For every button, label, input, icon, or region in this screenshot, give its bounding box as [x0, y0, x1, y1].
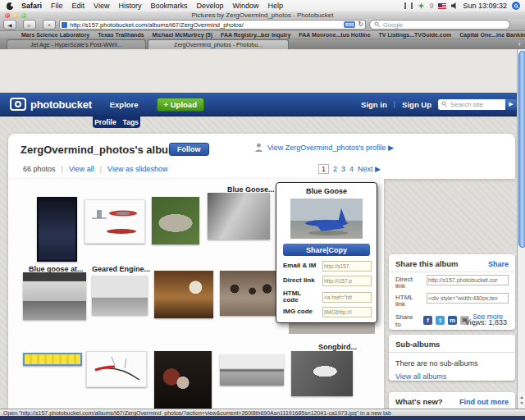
google-search-field[interactable]: Google — [369, 20, 510, 30]
menu-help[interactable]: Help — [267, 2, 283, 10]
reload-icon[interactable]: ↻ — [358, 21, 363, 28]
photo-thumb-jet-ground[interactable] — [220, 354, 284, 386]
page-top-strip — [0, 49, 525, 93]
photo-thumb-aircraft-drawing[interactable] — [84, 199, 145, 244]
photo-thumb-workshop[interactable] — [154, 271, 213, 318]
bookmark-item[interactable]: FAA Registry...ber Inquiry — [221, 32, 290, 38]
back-button[interactable]: ◀ — [3, 20, 16, 30]
view-all-albums-link[interactable]: View all albums — [395, 372, 509, 381]
new-tab-plus[interactable]: + — [518, 40, 522, 48]
address-bar[interactable]: http://s157.photobucket.com/albums/t67/Z… — [59, 20, 366, 30]
facebook-icon[interactable]: f — [423, 316, 432, 325]
scroll-down-arrow[interactable]: ▼ — [520, 400, 524, 406]
sign-in-link[interactable]: Sign in — [361, 100, 387, 109]
status-text: Open "http://s157.photobucket.com/albums… — [3, 410, 391, 416]
page-4-link[interactable]: 4 — [349, 165, 354, 173]
menu-window[interactable]: Window — [232, 2, 258, 10]
site-search-field[interactable]: Search site — [438, 99, 505, 110]
url-text[interactable]: http://s157.photobucket.com/albums/t67/Z… — [70, 21, 341, 29]
spotlight-icon[interactable] — [512, 2, 520, 10]
photobucket-logo[interactable]: photobucket — [30, 98, 92, 111]
menu-edit[interactable]: Edit — [72, 2, 85, 10]
share-album-title: Share this album — [395, 259, 459, 268]
menu-bookmarks[interactable]: Bookmarks — [150, 2, 187, 10]
scroll-up-arrow[interactable]: ▲ — [520, 395, 524, 400]
twitter-icon[interactable]: t — [436, 316, 445, 325]
tab-tags[interactable]: Tags — [123, 118, 139, 126]
eject-icon[interactable] — [404, 2, 413, 9]
photo-thumb-yellow-banner[interactable] — [23, 353, 82, 366]
menu-safari[interactable]: Safari — [21, 2, 42, 10]
bookmark-item[interactable]: Capital One...ine Banking — [459, 32, 525, 38]
album-html-link-field[interactable] — [427, 293, 509, 304]
new-tab-button[interactable]: + — [43, 20, 56, 30]
menu-file[interactable]: File — [51, 2, 63, 10]
bookmark-item[interactable]: Michael McMurtrey (5) — [153, 32, 213, 38]
html-code-field[interactable] — [322, 292, 372, 303]
view-slideshow-link[interactable]: View as slideshow — [107, 165, 167, 173]
menu-history[interactable]: History — [118, 2, 141, 10]
bookmark-item[interactable]: Mars Science Laboratory — [21, 32, 89, 38]
view-all-link[interactable]: View all — [69, 165, 94, 173]
search-icon — [374, 21, 381, 28]
input-count[interactable]: 9 — [429, 2, 433, 10]
tab-zergovermind-photos[interactable]: ZergOvermind_photos - Photobu... — [148, 39, 289, 49]
menu-view[interactable]: View — [94, 2, 109, 10]
scrollbar-thumb[interactable] — [518, 51, 525, 248]
photo-thumb-diagram[interactable] — [86, 351, 147, 387]
whats-new-title: What's new? — [395, 397, 443, 406]
keyboard-flag-icon[interactable] — [438, 3, 446, 9]
photo-thumb-grave-marker[interactable] — [152, 197, 199, 244]
bookmark-item[interactable]: FAA Monrone...tus Hotline — [299, 32, 370, 38]
menu-develop[interactable]: Develop — [196, 2, 223, 10]
sign-up-link[interactable]: Sign Up — [402, 100, 431, 109]
field-label: HTML code — [283, 290, 311, 304]
volume-icon[interactable] — [451, 2, 458, 9]
explore-menu[interactable]: Explore — [110, 100, 139, 109]
page-2-link[interactable]: 2 — [333, 165, 337, 173]
photo-thumb-model-kit[interactable] — [37, 197, 77, 262]
vertical-scrollbar[interactable]: ▲ ▼ — [517, 49, 525, 409]
menu-clock[interactable]: Sun 13:09:32 — [463, 2, 507, 10]
follow-button[interactable]: Follow — [169, 143, 209, 156]
tab-jet-age[interactable]: Jet Age - HyperScale's Post-WWII... — [7, 39, 146, 49]
site-search-go-button[interactable]: ▶ — [505, 99, 517, 110]
rss-badge[interactable]: RSS — [344, 21, 355, 28]
img-code-field[interactable] — [322, 307, 372, 317]
myspace-icon[interactable]: m — [448, 316, 457, 325]
photo-thumb-cockpit-crew[interactable] — [154, 351, 212, 409]
photo-thumb-blue-goose-men[interactable] — [23, 272, 86, 320]
forward-button[interactable]: ▶ — [23, 20, 36, 30]
direct-link-field[interactable] — [322, 276, 372, 286]
google-search-placeholder: Google — [383, 21, 403, 29]
album-direct-link-field[interactable] — [427, 275, 509, 285]
sub-albums-title: Sub-albums — [395, 340, 440, 349]
apple-icon[interactable] — [7, 2, 13, 10]
view-profile-link[interactable]: View ZergOvermind_photos's profile ▶ — [267, 144, 394, 152]
share-album-module: Share this album Share Direct link HTML … — [389, 254, 515, 330]
tab-profile[interactable]: Profile — [94, 118, 116, 126]
scrollbar-arrows[interactable]: ▲ ▼ — [518, 392, 525, 409]
popup-photo-preview[interactable] — [290, 199, 363, 239]
separator: | — [100, 165, 102, 173]
plugin-star-icon[interactable] — [418, 2, 424, 9]
next-page-link[interactable]: Next ▶ — [358, 165, 381, 173]
page-1-current[interactable]: 1 — [318, 164, 329, 174]
bookmark-item[interactable]: Texas Trailhands — [98, 32, 144, 38]
share-copy-button[interactable]: Share|Copy — [283, 244, 370, 256]
email-im-field[interactable] — [322, 261, 372, 272]
find-out-more-link[interactable]: Find out more — [459, 398, 509, 406]
photo-caption[interactable]: Geared Engine... — [92, 265, 150, 273]
photobucket-camera-icon[interactable] — [10, 98, 26, 111]
bookmark-item[interactable]: TV Listings...TVGuide.com — [379, 32, 452, 38]
album-views: Views: 1,833 — [465, 318, 507, 326]
photo-caption[interactable]: Songbird... — [318, 343, 357, 351]
share-link[interactable]: Share — [488, 260, 509, 268]
photo-thumb-songbird[interactable] — [291, 351, 353, 396]
photo-thumb-instrument-panel[interactable] — [220, 271, 279, 316]
page-3-link[interactable]: 3 — [341, 165, 345, 173]
photo-thumb-geared-engine[interactable] — [92, 276, 148, 315]
popup-photo-title: Blue Goose — [276, 187, 377, 195]
upload-button[interactable]: + Upload — [157, 98, 204, 112]
photo-thumb-blue-goose-gear[interactable] — [208, 193, 270, 240]
